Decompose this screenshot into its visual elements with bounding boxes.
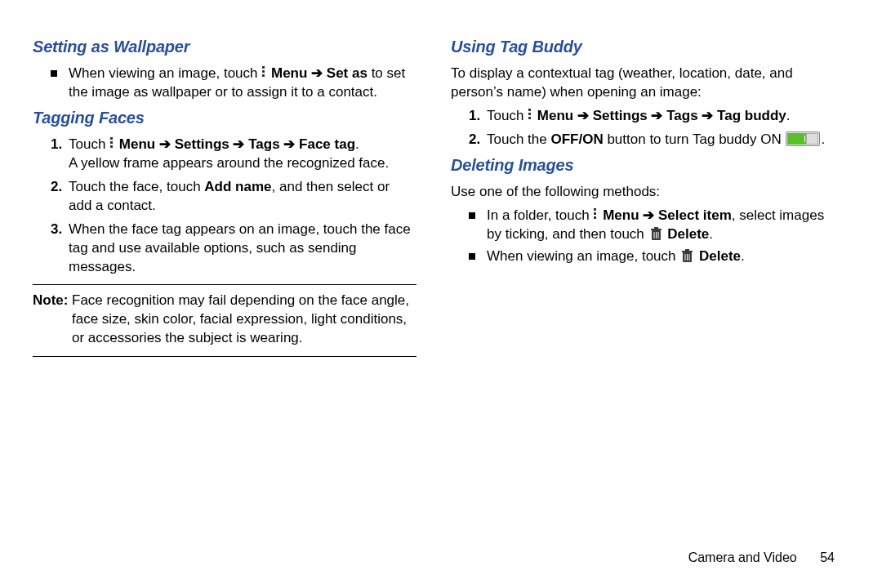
delete-label: Delete bbox=[699, 248, 741, 264]
offon-label: OFF/ON bbox=[550, 131, 603, 147]
tags-label: Tags bbox=[666, 108, 702, 123]
wallpaper-bullet-text: When viewing an image, touch Menu ➔ Set … bbox=[69, 65, 416, 102]
step-text: Touch the face, touch Add name, and then… bbox=[69, 178, 416, 216]
svg-rect-1 bbox=[653, 232, 654, 238]
selectitem-label: Select item bbox=[658, 207, 732, 223]
square-bullet-icon bbox=[469, 212, 475, 219]
arrow-icon: ➔ bbox=[283, 136, 299, 152]
tagging-steps: 1. Touch Menu ➔ Settings ➔ Tags ➔ Face t… bbox=[51, 136, 416, 277]
tagbuddy-intro: To display a contextual tag (weather, lo… bbox=[451, 65, 835, 102]
text: Touch bbox=[69, 136, 109, 152]
menu-label: Menu bbox=[271, 65, 311, 81]
step-text: When the face tag appears on an image, t… bbox=[69, 220, 416, 277]
heading-tagging-faces: Tagging Faces bbox=[33, 107, 416, 129]
facetag-label: Face tag bbox=[299, 136, 355, 152]
footer-section: Camera and Video bbox=[688, 550, 797, 564]
delete-label: Delete bbox=[667, 226, 709, 242]
left-column: Setting as Wallpaper When viewing an ima… bbox=[33, 31, 416, 363]
arrow-icon: ➔ bbox=[159, 136, 175, 152]
step-number: 1. bbox=[469, 107, 487, 126]
arrow-icon: ➔ bbox=[651, 108, 666, 123]
svg-rect-2 bbox=[656, 232, 657, 238]
menu-icon bbox=[594, 208, 597, 220]
settings-label: Settings bbox=[175, 136, 234, 152]
text: . bbox=[786, 108, 791, 123]
menu-icon bbox=[110, 137, 114, 149]
text: Touch the bbox=[487, 131, 550, 147]
text: When viewing an image, touch bbox=[487, 248, 679, 264]
menu-label: Menu bbox=[537, 108, 577, 123]
step-1: 1. Touch Menu ➔ Settings ➔ Tags ➔ Face t… bbox=[51, 136, 416, 173]
setas-label: Set as bbox=[327, 65, 372, 81]
step-text: Touch Menu ➔ Settings ➔ Tags ➔ Face tag.… bbox=[69, 136, 416, 173]
wallpaper-bullet: When viewing an image, touch Menu ➔ Set … bbox=[51, 65, 416, 102]
square-bullet-icon bbox=[51, 70, 57, 77]
step-3: 3. When the face tag appears on an image… bbox=[51, 220, 416, 277]
step-2: 2. Touch the OFF/ON button to turn Tag b… bbox=[469, 131, 835, 149]
separator bbox=[33, 356, 416, 357]
svg-rect-8 bbox=[687, 254, 688, 261]
square-bullet-icon bbox=[469, 253, 475, 260]
delete-bullet-2: When viewing an image, touch Delete. bbox=[469, 247, 835, 266]
step-text: Touch the OFF/ON button to turn Tag budd… bbox=[487, 131, 835, 149]
delete-bullet-1: In a folder, touch Menu ➔ Select item, s… bbox=[469, 207, 835, 244]
arrow-icon: ➔ bbox=[233, 136, 248, 152]
text: . bbox=[709, 226, 713, 242]
tagbuddy-steps: 1. Touch Menu ➔ Settings ➔ Tags ➔ Tag bu… bbox=[469, 107, 835, 149]
separator bbox=[33, 284, 416, 285]
text: button to turn Tag buddy ON bbox=[604, 131, 786, 147]
svg-rect-10 bbox=[682, 251, 693, 252]
svg-rect-11 bbox=[685, 249, 689, 251]
heading-wallpaper: Setting as Wallpaper bbox=[33, 36, 416, 58]
text: When viewing an image, touch bbox=[69, 65, 261, 81]
page-footer: Camera and Video 54 bbox=[688, 549, 835, 567]
svg-rect-9 bbox=[689, 254, 690, 261]
bullet-text: In a folder, touch Menu ➔ Select item, s… bbox=[487, 207, 835, 244]
note: Note: Face recognition may fail dependin… bbox=[33, 292, 416, 348]
text: A yellow frame appears around the recogn… bbox=[69, 155, 389, 171]
bullet-text: When viewing an image, touch Delete. bbox=[487, 247, 835, 266]
menu-label: Menu bbox=[119, 136, 159, 152]
tagbuddy-label: Tag buddy bbox=[717, 108, 786, 123]
text: Touch the face, touch bbox=[69, 179, 204, 194]
note-text: Face recognition may fail depending on t… bbox=[72, 292, 416, 348]
menu-icon bbox=[262, 66, 265, 78]
heading-deleting-images: Deleting Images bbox=[451, 154, 835, 176]
text: Touch bbox=[487, 108, 528, 123]
step-number: 2. bbox=[51, 178, 69, 216]
right-column: Using Tag Buddy To display a contextual … bbox=[451, 31, 835, 363]
settings-label: Settings bbox=[593, 108, 652, 123]
text: . bbox=[355, 136, 359, 152]
svg-rect-7 bbox=[685, 254, 686, 261]
step-number: 3. bbox=[51, 220, 69, 277]
svg-rect-4 bbox=[651, 229, 662, 230]
step-2: 2. Touch the face, touch Add name, and t… bbox=[51, 178, 416, 216]
menu-icon bbox=[528, 109, 532, 121]
arrow-icon: ➔ bbox=[702, 108, 717, 123]
heading-tag-buddy: Using Tag Buddy bbox=[451, 36, 835, 58]
trash-icon bbox=[681, 249, 693, 263]
note-label: Note: bbox=[33, 292, 72, 348]
trash-icon bbox=[650, 227, 662, 241]
toggle-on-icon bbox=[786, 131, 820, 146]
menu-label: Menu bbox=[603, 207, 643, 223]
arrow-icon: ➔ bbox=[643, 207, 658, 223]
svg-rect-5 bbox=[654, 227, 658, 229]
tags-label: Tags bbox=[248, 136, 283, 152]
delete-intro: Use one of the following methods: bbox=[451, 183, 835, 202]
step-number: 2. bbox=[469, 131, 487, 149]
text: In a folder, touch bbox=[487, 207, 593, 223]
text: . bbox=[741, 248, 745, 264]
text: . bbox=[821, 131, 825, 147]
addname-label: Add name bbox=[204, 179, 271, 194]
footer-page-number: 54 bbox=[820, 550, 835, 564]
arrow-icon: ➔ bbox=[311, 65, 327, 81]
step-1: 1. Touch Menu ➔ Settings ➔ Tags ➔ Tag bu… bbox=[469, 107, 835, 126]
arrow-icon: ➔ bbox=[577, 108, 593, 123]
step-number: 1. bbox=[51, 136, 69, 173]
step-text: Touch Menu ➔ Settings ➔ Tags ➔ Tag buddy… bbox=[487, 107, 835, 126]
svg-rect-3 bbox=[657, 232, 658, 238]
